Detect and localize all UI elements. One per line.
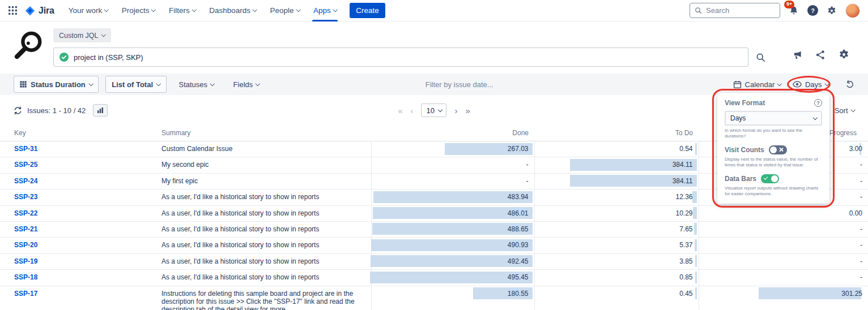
nav-filters[interactable]: Filters (164, 0, 201, 21)
help-circle-icon[interactable]: ? (814, 99, 822, 107)
data-bars-toggle[interactable] (761, 174, 779, 183)
issue-key-link[interactable]: SSP-23 (14, 193, 37, 201)
nav-apps[interactable]: Apps (308, 0, 342, 21)
last-page-icon[interactable]: » (465, 106, 470, 115)
first-page-icon[interactable]: « (398, 106, 402, 115)
issue-key-link[interactable]: SSP-19 (14, 257, 37, 265)
duration-cell-in_progress: - (699, 221, 868, 237)
panel-header: View Format ? (725, 99, 822, 107)
nav-label: Dashboards (209, 6, 250, 15)
jql-input[interactable]: project in (SSP, SKP) (53, 48, 748, 67)
calendar-dropdown[interactable]: Calendar (731, 80, 784, 89)
issue-key-link[interactable]: SSP-22 (14, 209, 37, 217)
duration-cell-done: - (371, 157, 534, 173)
duration-value: - (860, 273, 862, 281)
help-icon[interactable]: ? (807, 5, 818, 16)
duration-value: - (860, 241, 862, 249)
duration-value: 486.01 (508, 209, 529, 217)
run-search-icon[interactable] (756, 53, 765, 62)
settings-gear-icon[interactable] (827, 6, 837, 16)
data-bar (692, 191, 696, 203)
visit-counts-row: Visit Counts (725, 145, 822, 154)
primary-nav: Your work Projects Filters Dashboards Pe… (63, 0, 342, 21)
prev-page-icon[interactable]: ‹ (411, 106, 414, 115)
format-select[interactable]: Days (725, 111, 822, 126)
issue-key-link[interactable]: SSP-20 (14, 241, 37, 249)
next-page-icon[interactable]: › (454, 106, 457, 115)
calendar-icon (733, 80, 742, 89)
visit-counts-toggle[interactable] (769, 145, 787, 154)
issue-key-link[interactable]: SSP-31 (14, 145, 37, 153)
issue-key-cell: SSP-23 (0, 190, 157, 205)
view-format-label: Days (805, 80, 822, 89)
page-size-select[interactable]: 10 (422, 104, 447, 117)
jira-logo[interactable]: Jira (24, 5, 54, 16)
chevron-down-icon (253, 7, 257, 12)
issue-summary: As a user, I'd like a historical story t… (157, 253, 371, 269)
issue-key-link[interactable]: SSP-21 (14, 225, 37, 233)
query-main: Custom JQL project in (SSP, SKP) (53, 28, 765, 67)
duration-cell-done: 180.55 (371, 286, 534, 310)
issue-summary: Instructions for deleting this sample bo… (157, 286, 371, 310)
report-toolbar: Status Duration List of Total Statuses F… (0, 74, 868, 95)
nav-people[interactable]: People (265, 0, 305, 21)
issue-key-link[interactable]: SSP-25 (14, 161, 37, 169)
create-button[interactable]: Create (350, 3, 385, 18)
duration-cell-in_progress: - (699, 270, 868, 286)
search-input[interactable] (706, 6, 775, 15)
nav-label: People (270, 6, 294, 15)
duration-cell-in_progress: - (699, 253, 868, 269)
jira-logo-icon (24, 5, 36, 16)
announcement-megaphone-icon[interactable] (792, 49, 803, 61)
duration-value: - (860, 161, 862, 169)
jira-app-window: Jira Your work Projects Filters Dashboar… (0, 0, 868, 310)
duration-value: 12.36 (675, 193, 692, 201)
jira-wordmark: Jira (39, 6, 54, 16)
report-settings-gear-icon[interactable] (838, 49, 850, 61)
duration-value: 3.85 (679, 257, 692, 265)
chevron-down-icon (210, 81, 215, 86)
issue-key-link[interactable]: SSP-18 (14, 273, 37, 281)
nav-your-work[interactable]: Your work (63, 0, 113, 21)
duration-value: 10.29 (675, 209, 692, 217)
nav-dashboards[interactable]: Dashboards (204, 0, 261, 21)
check-icon (764, 175, 768, 180)
view-type-button[interactable]: Status Duration (14, 76, 99, 93)
duration-cell-todo: 5.37 (534, 238, 699, 253)
app-switcher-icon[interactable] (5, 3, 21, 18)
issue-row: SSP-19As a user, I'd like a historical s… (0, 253, 868, 269)
global-search[interactable] (690, 3, 780, 18)
chart-toggle-button[interactable] (93, 104, 108, 117)
column-header-done: Done (371, 126, 534, 141)
fields-dropdown[interactable]: Fields (231, 80, 262, 89)
chevron-down-icon (333, 7, 338, 12)
duration-cell-done: 492.45 (371, 253, 534, 269)
statuses-dropdown[interactable]: Statuses (177, 80, 216, 89)
chevron-down-icon (89, 81, 93, 86)
sort-button[interactable]: Sort (835, 106, 854, 115)
jql-mode-select[interactable]: Custom JQL (53, 28, 111, 42)
data-bar (695, 143, 697, 155)
page-size-value: 10 (427, 106, 435, 115)
duration-cell-in_progress: 301.25 (699, 286, 868, 310)
duration-value: 301.25 (841, 290, 862, 298)
issue-key-link[interactable]: SSP-17 (14, 290, 37, 298)
fields-label: Fields (233, 80, 253, 89)
share-icon[interactable] (815, 50, 826, 60)
jql-mode-label: Custom JQL (59, 32, 98, 40)
duration-value: 384.11 (673, 177, 693, 185)
chevron-down-icon (104, 7, 109, 12)
aggregation-button[interactable]: List of Total (105, 76, 166, 93)
issue-summary: My first epic (157, 173, 371, 189)
view-format-dropdown[interactable]: Days (790, 80, 831, 89)
duration-cell-todo: 7.65 (534, 221, 699, 237)
nav-projects[interactable]: Projects (117, 0, 160, 21)
issue-date-filter[interactable]: Filter by issue date... (269, 80, 724, 89)
refresh-icon[interactable] (14, 106, 22, 115)
reload-icon[interactable] (845, 80, 854, 89)
notifications-bell-icon[interactable]: 9+ (789, 6, 799, 16)
duration-value: 267.03 (508, 145, 529, 153)
panel-title: View Format (725, 99, 765, 107)
user-avatar[interactable] (845, 3, 860, 18)
issue-key-link[interactable]: SSP-24 (14, 177, 37, 185)
